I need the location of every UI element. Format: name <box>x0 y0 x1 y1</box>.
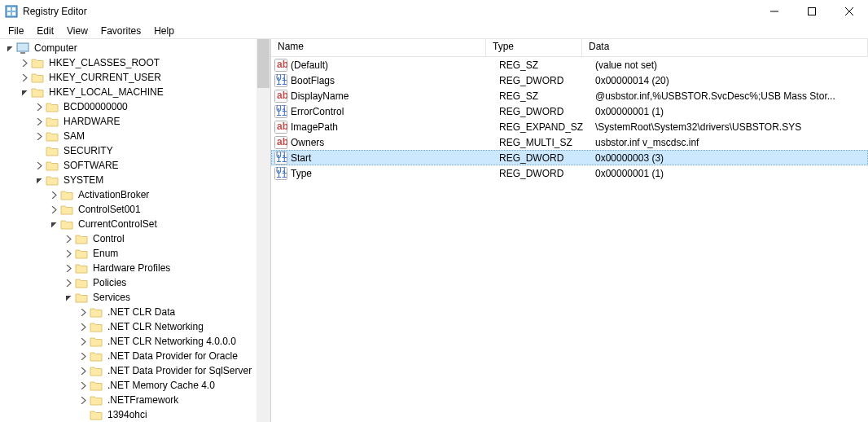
chevron-down-icon[interactable] <box>33 174 46 187</box>
chevron-right-icon[interactable] <box>33 159 46 172</box>
folder-icon <box>90 321 103 332</box>
chevron-right-icon[interactable] <box>77 306 90 319</box>
tree-node[interactable]: ControlSet001 <box>0 202 270 217</box>
tree-scrollbar[interactable] <box>256 39 270 422</box>
binary-value-icon <box>274 152 287 165</box>
tree-node-label: .NET Data Provider for Oracle <box>106 349 239 363</box>
tree-node[interactable]: 1394ohci <box>0 407 270 422</box>
tree-node[interactable]: .NET Data Provider for Oracle <box>0 349 270 363</box>
value-row[interactable]: BootFlagsREG_DWORD0x00000014 (20) <box>271 73 868 88</box>
column-data[interactable]: Data <box>582 39 868 56</box>
folder-icon <box>60 189 73 200</box>
chevron-right-icon[interactable] <box>77 349 90 363</box>
value-name: BootFlags <box>291 75 499 86</box>
svg-rect-2 <box>12 7 15 11</box>
folder-icon <box>75 262 88 274</box>
chevron-right-icon[interactable] <box>62 276 75 289</box>
column-type[interactable]: Type <box>486 39 582 56</box>
minimize-button[interactable] <box>756 0 793 23</box>
tree-node[interactable]: SOFTWARE <box>0 158 270 173</box>
tree-node[interactable]: ActivationBroker <box>0 187 270 202</box>
tree-node[interactable]: Control <box>0 231 270 246</box>
tree-node-label: HKEY_LOCAL_MACHINE <box>47 86 165 99</box>
folder-icon <box>90 306 103 318</box>
tree-node[interactable]: SYSTEM <box>0 173 270 187</box>
tree-node[interactable]: BCD00000000 <box>0 99 270 114</box>
chevron-right-icon[interactable] <box>18 71 31 84</box>
chevron-right-icon[interactable] <box>18 56 31 69</box>
tree-node[interactable]: SECURITY <box>0 143 270 158</box>
list-header: Name Type Data <box>271 39 868 57</box>
value-row[interactable]: ImagePathREG_EXPAND_SZ\SystemRoot\System… <box>271 119 868 134</box>
chevron-right-icon[interactable] <box>77 379 90 392</box>
folder-icon <box>46 145 59 156</box>
tree-node[interactable]: HKEY_CURRENT_USER <box>0 70 270 85</box>
tree-node-label: .NET Memory Cache 4.0 <box>106 379 217 392</box>
chevron-right-icon[interactable] <box>62 247 75 260</box>
tree-node-label: .NET CLR Networking <box>106 320 205 333</box>
value-row[interactable]: DisplayNameREG_SZ@usbstor.inf,%USBSTOR.S… <box>271 88 868 103</box>
folder-icon <box>46 174 59 186</box>
string-value-icon <box>274 90 287 103</box>
folder-icon <box>75 292 88 303</box>
tree-node[interactable]: .NET CLR Networking <box>0 319 270 334</box>
value-row[interactable]: StartREG_DWORD0x00000003 (3) <box>271 150 868 165</box>
tree-node-label: SECURITY <box>62 144 115 157</box>
value-row[interactable]: ErrorControlREG_DWORD0x00000001 (1) <box>271 103 868 119</box>
chevron-right-icon[interactable] <box>62 262 75 275</box>
tree-node-label: HKEY_CURRENT_USER <box>47 71 163 84</box>
value-row[interactable]: TypeREG_DWORD0x00000001 (1) <box>271 165 868 181</box>
chevron-right-icon[interactable] <box>47 203 60 216</box>
value-type: REG_DWORD <box>499 168 595 179</box>
tree-node[interactable]: .NET Memory Cache 4.0 <box>0 378 270 393</box>
chevron-down-icon[interactable] <box>3 42 16 55</box>
chevron-down-icon[interactable] <box>47 218 60 231</box>
tree-node-label: Policies <box>91 276 128 289</box>
chevron-right-icon[interactable] <box>33 115 46 128</box>
column-name[interactable]: Name <box>271 39 486 56</box>
tree-node-label: Computer <box>33 42 79 55</box>
chevron-right-icon[interactable] <box>33 130 46 143</box>
tree-node[interactable]: Computer <box>0 41 270 55</box>
tree-node[interactable]: HKEY_CLASSES_ROOT <box>0 55 270 70</box>
tree-node[interactable]: SAM <box>0 129 270 143</box>
chevron-down-icon[interactable] <box>18 86 31 99</box>
tree-node[interactable]: Hardware Profiles <box>0 261 270 275</box>
tree-node[interactable]: Enum <box>0 246 270 261</box>
tree-node[interactable]: HKEY_LOCAL_MACHINE <box>0 85 270 99</box>
menu-view[interactable]: View <box>60 24 94 38</box>
tree-node[interactable]: HARDWARE <box>0 114 270 129</box>
maximize-button[interactable] <box>793 0 831 23</box>
menubar: File Edit View Favorites Help <box>0 23 868 39</box>
menu-favorites[interactable]: Favorites <box>94 24 147 38</box>
svg-rect-3 <box>7 12 11 15</box>
tree-node-label: SOFTWARE <box>62 159 121 172</box>
menu-help[interactable]: Help <box>147 24 181 38</box>
tree[interactable]: ComputerHKEY_CLASSES_ROOTHKEY_CURRENT_US… <box>0 39 270 422</box>
value-row[interactable]: (Default)REG_SZ(value not set) <box>271 57 868 73</box>
tree-node[interactable]: .NETFramework <box>0 393 270 407</box>
menu-edit[interactable]: Edit <box>30 24 60 38</box>
tree-node[interactable]: .NET CLR Networking 4.0.0.0 <box>0 334 270 349</box>
close-button[interactable] <box>831 0 868 23</box>
chevron-down-icon[interactable] <box>62 291 75 304</box>
tree-node[interactable]: CurrentControlSet <box>0 217 270 231</box>
chevron-right-icon[interactable] <box>62 232 75 245</box>
tree-node-label: ControlSet001 <box>77 203 142 216</box>
chevron-right-icon[interactable] <box>33 100 46 113</box>
value-name: Owners <box>291 137 499 148</box>
tree-node[interactable]: .NET CLR Data <box>0 305 270 319</box>
value-list[interactable]: (Default)REG_SZ(value not set)BootFlagsR… <box>271 57 868 181</box>
tree-scrollbar-thumb[interactable] <box>257 39 270 88</box>
menu-file[interactable]: File <box>2 24 30 38</box>
tree-node-label: HKEY_CLASSES_ROOT <box>47 56 161 69</box>
chevron-right-icon[interactable] <box>47 188 60 201</box>
chevron-right-icon[interactable] <box>77 393 90 407</box>
chevron-right-icon[interactable] <box>77 320 90 333</box>
chevron-right-icon[interactable] <box>77 335 90 348</box>
tree-node[interactable]: Policies <box>0 275 270 290</box>
tree-node[interactable]: .NET Data Provider for SqlServer <box>0 363 270 378</box>
value-row[interactable]: OwnersREG_MULTI_SZusbstor.inf v_mscdsc.i… <box>271 134 868 150</box>
tree-node[interactable]: Services <box>0 290 270 305</box>
chevron-right-icon[interactable] <box>77 364 90 377</box>
